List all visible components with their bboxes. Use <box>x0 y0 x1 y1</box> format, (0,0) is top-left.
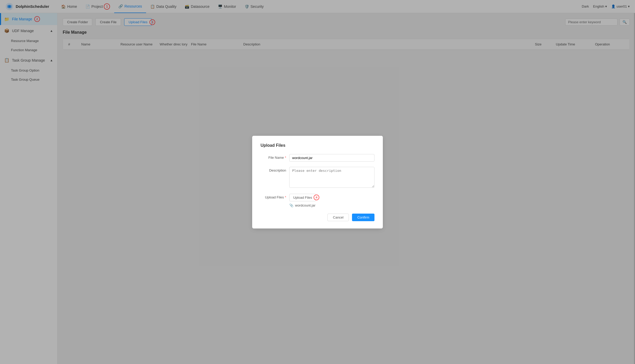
uploaded-file-info: 📎 wordcount.jar <box>289 203 374 207</box>
step-4-badge: 4 <box>314 195 319 200</box>
modal-footer: Cancel Confirm <box>261 214 374 221</box>
upload-label: Upload Files * <box>261 194 289 207</box>
file-name-label: File Name * <box>261 154 289 162</box>
description-textarea[interactable] <box>289 167 374 188</box>
file-name-control <box>289 154 374 162</box>
modal-title: Upload Files <box>261 143 374 148</box>
description-control <box>289 167 374 189</box>
upload-row: Upload Files * Upload Files 4 📎 wordcoun… <box>261 194 374 207</box>
upload-required: * <box>285 195 286 199</box>
uploaded-filename: wordcount.jar <box>295 203 315 207</box>
description-label: Description <box>261 167 289 189</box>
cancel-button[interactable]: Cancel <box>327 214 349 221</box>
upload-files-modal: Upload Files File Name * Description Upl… <box>252 136 383 228</box>
confirm-button[interactable]: Confirm <box>352 214 374 221</box>
file-name-row: File Name * <box>261 154 374 162</box>
file-name-input[interactable] <box>289 154 374 162</box>
file-name-required: * <box>285 156 286 160</box>
description-row: Description <box>261 167 374 189</box>
modal-overlay[interactable]: Upload Files File Name * Description Upl… <box>0 0 635 364</box>
upload-button-label: Upload Files <box>293 196 312 199</box>
upload-control: Upload Files 4 📎 wordcount.jar <box>289 194 374 207</box>
upload-files-trigger[interactable]: Upload Files 4 <box>289 194 316 201</box>
paperclip-icon: 📎 <box>289 203 293 207</box>
